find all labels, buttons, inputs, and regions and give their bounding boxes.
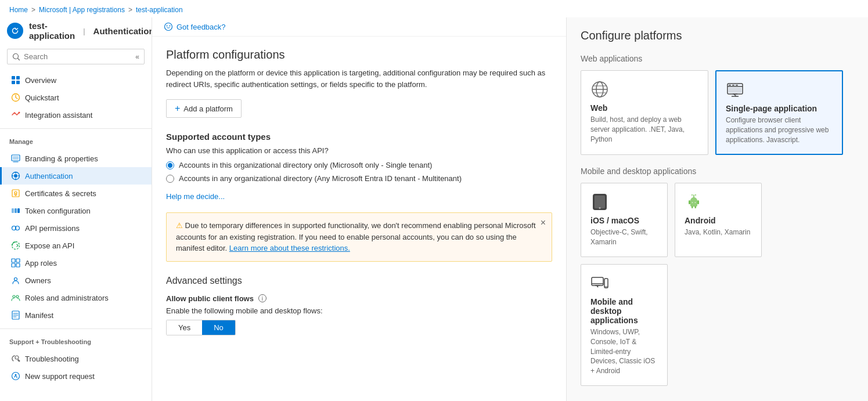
ios-card-icon	[590, 193, 658, 211]
svg-rect-47	[736, 85, 738, 86]
mobile-apps-label: Mobile and desktop applications	[581, 167, 854, 176]
svg-rect-6	[16, 81, 20, 84]
svg-point-8	[19, 112, 20, 114]
help-decide-link[interactable]: Help me decide...	[166, 192, 225, 201]
web-card-title: Web	[590, 103, 698, 113]
feedback-label[interactable]: Got feedback?	[177, 23, 226, 31]
sidebar-item-roles-admin[interactable]: Roles and administrators	[0, 289, 152, 306]
page-description: Depending on the platform or device this…	[166, 67, 552, 90]
web-platform-cards: Web Build, host, and deploy a web server…	[581, 70, 854, 155]
allow-public-flows-label: Allow public client flows	[166, 294, 254, 303]
ios-card-title: iOS / macOS	[590, 216, 658, 225]
nav-support: Troubleshooting New support request	[0, 348, 152, 387]
spa-card-desc: Configure browser client applications an…	[726, 115, 833, 144]
sidebar-item-troubleshooting[interactable]: Troubleshooting	[0, 350, 152, 367]
add-platform-button[interactable]: + Add a platform	[166, 99, 242, 118]
collapse-icon[interactable]: «	[135, 53, 139, 61]
app-separator: |	[83, 27, 85, 35]
mobile-desktop-card-title: Mobile and desktop applications	[590, 297, 658, 325]
svg-point-36	[167, 26, 168, 27]
sidebar: test-application | Authentication 📌 ··· …	[0, 17, 152, 401]
ios-card-desc: Objective-C, Swift, Xamarin	[590, 227, 658, 247]
mobile-desktop-card-desc: Windows, UWP, Console, IoT & Limited-ent…	[590, 327, 658, 376]
svg-point-61	[695, 202, 696, 203]
svg-rect-5	[12, 81, 15, 84]
svg-rect-59	[697, 200, 699, 204]
mobile-desktop-card-icon	[590, 274, 658, 292]
breadcrumb-home[interactable]: Home	[9, 6, 28, 14]
app-name: test-application	[29, 21, 75, 41]
android-platform-card[interactable]: Android Java, Kotlin, Xamarin	[675, 183, 762, 257]
svg-rect-45	[729, 85, 731, 86]
sidebar-item-owners[interactable]: Owners	[0, 272, 152, 289]
app-icon	[7, 23, 23, 39]
svg-rect-17	[17, 208, 20, 213]
toggle-yes-button[interactable]: Yes	[167, 320, 202, 335]
sidebar-item-api-permissions[interactable]: API permissions	[0, 219, 152, 237]
sidebar-item-certificates[interactable]: Certificates & secrets	[0, 185, 152, 202]
web-platform-card[interactable]: Web Build, host, and deploy a web server…	[581, 70, 708, 155]
svg-rect-24	[16, 263, 20, 267]
breadcrumb-current[interactable]: test-application	[136, 6, 183, 14]
sidebar-item-token-config[interactable]: Token configuration	[0, 202, 152, 219]
radio-single-tenant-label: Accounts in this organizational director…	[179, 161, 432, 169]
learn-more-link[interactable]: Learn more about these restrictions.	[229, 244, 350, 252]
web-card-icon	[590, 80, 698, 99]
sidebar-item-manifest[interactable]: Manifest	[0, 306, 152, 324]
panel-title: Configure platforms	[581, 29, 854, 42]
android-card-icon	[685, 193, 752, 211]
mobile-desktop-platform-card[interactable]: Mobile and desktop applications Windows,…	[581, 264, 668, 386]
troubleshooting-icon	[11, 354, 20, 363]
mobile-platform-cards: iOS / macOS Objective-C, Swift, Xamarin	[581, 183, 854, 386]
toggle-group: Yes No	[166, 320, 236, 335]
toggle-no-button[interactable]: No	[202, 320, 235, 335]
breadcrumb-app-registrations[interactable]: Microsoft | App registrations	[39, 6, 125, 14]
warning-close-button[interactable]: ×	[541, 218, 546, 228]
account-types-question: Who can use this application or access t…	[166, 146, 552, 155]
search-box: «	[7, 49, 145, 64]
account-type-options: Accounts in this organizational director…	[166, 161, 552, 183]
svg-point-35	[165, 23, 172, 31]
radio-single-tenant[interactable]: Accounts in this organizational director…	[166, 161, 552, 169]
page-title: Platform configurations	[166, 48, 552, 62]
manifest-icon	[11, 310, 20, 320]
svg-rect-46	[732, 85, 734, 86]
feedback-icon	[164, 22, 173, 31]
nav-manage: Branding & properties Authentication	[0, 147, 152, 326]
svg-rect-22	[16, 259, 20, 262]
info-icon[interactable]: i	[258, 294, 266, 302]
sidebar-item-new-support[interactable]: New support request	[0, 367, 152, 385]
main-content: Got feedback? Platform configurations De…	[152, 17, 566, 401]
sidebar-item-branding[interactable]: Branding & properties	[0, 150, 152, 167]
sidebar-item-authentication[interactable]: Authentication	[0, 167, 152, 185]
overview-label: Overview	[25, 76, 56, 85]
android-card-title: Android	[685, 216, 752, 225]
radio-multi-tenant[interactable]: Accounts in any organizational directory…	[166, 174, 552, 183]
svg-point-14	[15, 192, 17, 194]
sidebar-item-quickstart[interactable]: Quickstart	[0, 89, 152, 106]
sidebar-item-app-roles[interactable]: App roles	[0, 254, 152, 272]
owners-icon	[11, 276, 20, 285]
nav-top: Overview Quickstart Inte	[0, 69, 152, 126]
ios-platform-card[interactable]: iOS / macOS Objective-C, Swift, Xamarin	[581, 183, 668, 257]
spa-card-icon	[726, 81, 833, 99]
warning-banner: × ⚠ Due to temporary differences in supp…	[166, 212, 552, 262]
advanced-title: Advanced settings	[166, 276, 552, 286]
radio-multi-tenant-input[interactable]	[166, 175, 174, 183]
sidebar-item-overview[interactable]: Overview	[0, 71, 152, 89]
feedback-bar[interactable]: Got feedback?	[152, 17, 566, 37]
token-icon	[11, 206, 20, 215]
svg-rect-58	[689, 200, 690, 204]
radio-single-tenant-input[interactable]	[166, 161, 174, 169]
authentication-icon	[11, 171, 20, 180]
roles-icon	[11, 293, 20, 302]
sidebar-item-integration[interactable]: Integration assistant	[0, 106, 152, 124]
search-input[interactable]	[24, 52, 132, 61]
app-roles-icon	[11, 258, 20, 268]
manage-section-label: Manage	[0, 131, 152, 147]
spa-platform-card[interactable]: Single-page application Configure browse…	[715, 70, 843, 155]
web-apps-label: Web applications	[581, 54, 854, 63]
svg-rect-21	[12, 259, 15, 262]
svg-point-0	[10, 26, 20, 36]
sidebar-item-expose-api[interactable]: Expose an API	[0, 237, 152, 254]
